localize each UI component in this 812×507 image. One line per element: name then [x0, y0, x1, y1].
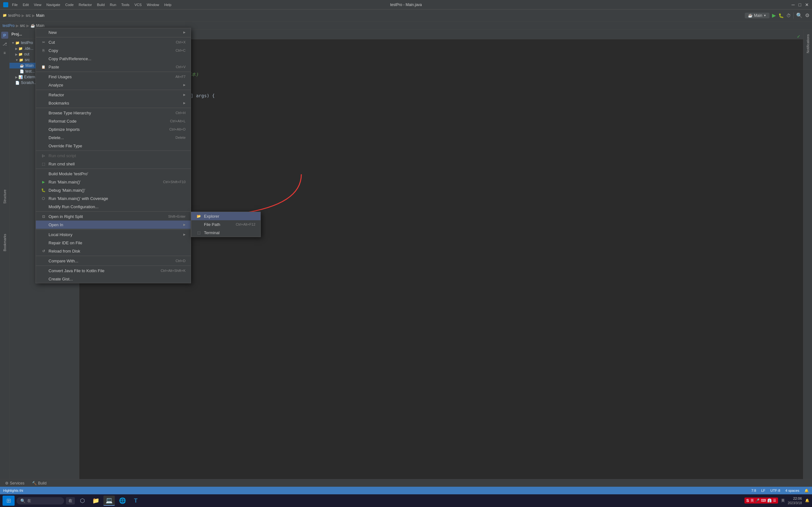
taskbar-intellij-app[interactable]: 💻	[103, 496, 115, 506]
app-menu-window[interactable]: Window	[146, 3, 160, 7]
notifications-icon[interactable]: 🔔	[804, 489, 809, 493]
app-menu-view[interactable]: View	[33, 3, 43, 7]
breadcrumb-file[interactable]: Main	[36, 23, 44, 28]
start-button[interactable]: ⊞	[3, 496, 14, 506]
ctx-copy-path[interactable]: Copy Path/Reference...	[36, 55, 191, 63]
ctx-browse-type[interactable]: Browse Type Hierarchy Ctrl+H	[36, 109, 191, 117]
app-menu-build[interactable]: Build	[96, 3, 106, 7]
app-menu-run[interactable]: Run	[108, 3, 117, 7]
app-menu-vcs[interactable]: VCS	[133, 3, 143, 7]
ctx-find-usages[interactable]: Find Usages Alt+F7	[36, 72, 191, 81]
indent[interactable]: 4 spaces	[785, 489, 799, 493]
submenu-file-path[interactable]: File Path Ctrl+Alt+F12	[191, 220, 260, 228]
ctx-convert-kotlin[interactable]: Convert Java File to Kotlin File Ctrl+Al…	[36, 267, 191, 275]
ctx-copy-label: Copy	[49, 48, 58, 53]
profile-button[interactable]: ⏱	[786, 13, 791, 18]
taskbar-github-icon[interactable]: ⬡	[77, 496, 88, 506]
submenu-terminal-label: Terminal	[204, 230, 219, 235]
ctx-debug-main[interactable]: 🐛 Debug 'Main.main()'	[36, 186, 191, 194]
breadcrumb-project[interactable]: testPro	[3, 23, 14, 28]
ctx-convert-kotlin-shortcut: Ctrl+Alt+Shift+K	[160, 269, 186, 273]
ctx-repair-ide[interactable]: Repair IDE on File	[36, 239, 191, 247]
run-button[interactable]: ▶	[772, 12, 776, 18]
bookmarks-label[interactable]: Bookmarks	[2, 233, 7, 252]
ctx-run-coverage[interactable]: ⬡ Run 'Main.main()' with Coverage	[36, 194, 191, 203]
app-menu-tools[interactable]: Tools	[120, 3, 131, 7]
app-menu-refactor[interactable]: Refactor	[78, 3, 93, 7]
file-path-icon	[196, 222, 201, 227]
override-file-type-icon	[41, 143, 46, 148]
ctx-open-in[interactable]: Open In	[36, 221, 191, 229]
breadcrumb-src[interactable]: src	[20, 23, 25, 28]
build-tab[interactable]: 🔨 Build	[30, 480, 49, 487]
taskbar-file-manager[interactable]: 📁	[90, 496, 101, 506]
ctx-new[interactable]: New	[36, 28, 191, 37]
app-menu-navigate[interactable]: Navigate	[45, 3, 61, 7]
ctx-run-cmd-script: ▷ Run cmd script	[36, 152, 191, 160]
debug-button[interactable]: 🐛	[778, 13, 784, 18]
ctx-delete[interactable]: Delete... Delete	[36, 133, 191, 142]
maximize-button[interactable]: □	[799, 2, 801, 7]
ctx-compare-with[interactable]: Compare With... Ctrl+D	[36, 257, 191, 265]
taskbar-lang-toggle[interactable]: 在	[66, 497, 75, 504]
sidebar-structure-icon[interactable]: ≡	[1, 49, 8, 56]
ctx-create-gist[interactable]: Create Gist...	[36, 275, 191, 283]
services-tab[interactable]: ⚙ Services	[3, 480, 26, 487]
submenu-terminal[interactable]: ⬚ Terminal	[191, 228, 260, 237]
line-ending[interactable]: LF	[761, 489, 765, 493]
ctx-bookmarks[interactable]: Bookmarks	[36, 99, 191, 107]
ctx-compare-with-label: Compare With...	[49, 259, 78, 263]
system-lang[interactable]: 英	[781, 498, 785, 503]
terminal-icon: ⬚	[196, 230, 201, 235]
ctx-local-history[interactable]: Local History	[36, 230, 191, 239]
sidebar-commit-icon[interactable]: ⎇	[1, 41, 8, 48]
ctx-build-module[interactable]: Build Module 'testPro'	[36, 170, 191, 178]
reload-disk-icon: ↺	[41, 248, 46, 253]
sidebar-project-icon[interactable]: P	[1, 32, 8, 39]
ctx-cut[interactable]: ✂ Cut Ctrl+X	[36, 38, 191, 46]
ctx-create-gist-label: Create Gist...	[49, 277, 73, 281]
taskbar-edge-app[interactable]: 🌐	[117, 496, 128, 506]
submenu-explorer[interactable]: 📂 Explorer	[191, 212, 260, 220]
ctx-run-cmd-shell[interactable]: ⬚ Run cmd shell	[36, 160, 191, 168]
ctx-paste[interactable]: 📋 Paste Ctrl+V	[36, 63, 191, 71]
ctx-reload-disk[interactable]: ↺ Reload from Disk	[36, 247, 191, 255]
app-menu-file[interactable]: File	[11, 3, 19, 7]
ctx-override-file-type-label: Override File Type	[49, 144, 82, 148]
app-menu-code[interactable]: Code	[64, 3, 75, 7]
sogou-ime[interactable]: S 英 🎤 ⌨ 👔 ☰	[745, 498, 778, 504]
minimize-button[interactable]: ─	[792, 2, 795, 7]
submenu-open-in: 📂 Explorer File Path Ctrl+Alt+F12 ⬚ Term…	[191, 212, 261, 237]
encoding[interactable]: UTF-8	[770, 489, 780, 493]
settings-button[interactable]: ⚙	[805, 12, 809, 18]
ctx-modify-run-config[interactable]: Modify Run Configuration...	[36, 203, 191, 211]
ctx-optimize-imports-label: Optimize Imports	[49, 127, 80, 132]
ctx-run-main[interactable]: ▶ Run 'Main.main()' Ctrl+Shift+F10	[36, 178, 191, 186]
ctx-open-right-split[interactable]: ⊡ Open in Right Split Shift+Enter	[36, 212, 191, 221]
taskbar-typora-app[interactable]: T	[130, 496, 142, 506]
search-everywhere-button[interactable]: 🔍	[796, 12, 803, 18]
ctx-override-file-type[interactable]: Override File Type	[36, 142, 191, 150]
close-button[interactable]: ✕	[805, 2, 809, 7]
new-icon	[41, 30, 46, 35]
app-menu-help[interactable]: Help	[163, 3, 173, 7]
ctx-divider-3	[36, 90, 191, 90]
clock-display[interactable]: 22:06 2023/3/18	[788, 496, 802, 505]
notification-bell[interactable]: 🔔	[805, 498, 809, 503]
ctx-analyze[interactable]: Analyze	[36, 81, 191, 89]
cursor-position[interactable]: 7:8	[751, 489, 756, 493]
ctx-refactor[interactable]: Refactor	[36, 91, 191, 99]
taskbar-search[interactable]: 🔍 在	[16, 497, 64, 504]
run-cmd-script-icon: ▷	[41, 153, 46, 158]
ctx-copy[interactable]: ⎘ Copy Ctrl+C	[36, 46, 191, 55]
ctx-reformat[interactable]: Reformat Code Ctrl+Alt+L	[36, 117, 191, 125]
ctx-optimize-imports[interactable]: Optimize Imports Ctrl+Alt+O	[36, 125, 191, 133]
taskbar: ⊞ 🔍 在 在 ⬡ 📁 💻 🌐 T S 英 🎤 ⌨ 👔 ☰ 英 22:06 20…	[0, 494, 812, 507]
clock-time: 22:06	[788, 496, 802, 501]
app-menu-edit[interactable]: Edit	[21, 3, 30, 7]
structure-label[interactable]: Structure	[2, 188, 7, 205]
notifications-label[interactable]: Notifications	[805, 32, 810, 56]
ctx-build-module-label: Build Module 'testPro'	[49, 171, 88, 176]
run-config-selector[interactable]: ☕ Main ▼	[745, 13, 769, 18]
build-icon: 🔨	[32, 481, 37, 486]
